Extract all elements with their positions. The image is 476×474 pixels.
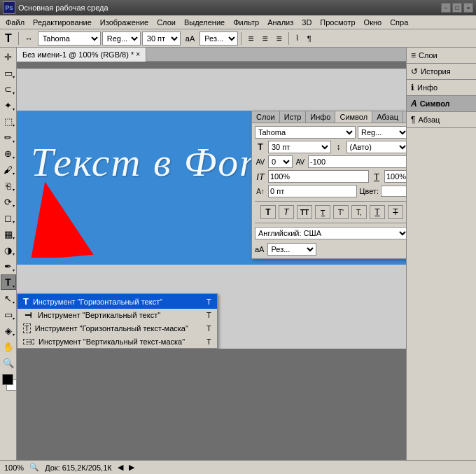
context-item-vmask[interactable]: T Инструмент "Вертикальный текст-маска" … [18,335,217,348]
style-super[interactable]: T' [333,205,349,219]
style-allcaps[interactable]: TT [297,205,312,219]
align-right-btn[interactable]: ≡ [273,31,286,46]
tool-brush[interactable]: 🖌▾ [1,162,16,177]
char-aa-select[interactable]: Рез... [267,243,316,256]
menu-view[interactable]: Просмотр [316,17,359,28]
panel-tab-paragraph[interactable]: Абзац [372,111,403,123]
menu-filter[interactable]: Фильтр [229,17,263,28]
menu-help[interactable]: Спра [386,17,412,28]
status-nav-left[interactable]: ◀ [118,463,123,472]
panel-symbol[interactable]: A Символ [407,96,476,112]
minimize-button[interactable]: − [441,3,451,13]
foreground-color[interactable] [2,374,13,385]
brush-icon: 🖌 [4,165,13,175]
char-scale-h-input[interactable] [384,170,406,183]
status-nav-right[interactable]: ▶ [129,463,134,472]
symbol-icon: A [411,99,417,109]
tool-history[interactable]: ⟳▾ [1,194,16,209]
menu-window[interactable]: Окно [360,17,386,28]
font-family-select[interactable]: Tahoma [38,32,101,46]
style-strike[interactable]: T [388,205,403,219]
menu-edit[interactable]: Редактирование [29,17,96,28]
align-center-btn[interactable]: ≡ [258,31,271,46]
tool-pen[interactable]: ✒▾ [1,258,16,274]
tool-dodge[interactable]: ◑▾ [1,242,16,258]
aa-label: аА [182,31,198,46]
char-track-input[interactable] [308,155,406,168]
char-size-select[interactable]: 30 пт [268,141,331,153]
tool-shape[interactable]: ▭▾ [1,307,16,322]
close-button[interactable]: × [463,3,473,13]
char-kern-select[interactable]: 0 [268,155,293,168]
char-lang-select[interactable]: Английский: США [255,227,406,239]
crop-icon: ⬚ [4,116,13,127]
eraser-icon: ◻ [4,213,12,223]
font-style-select[interactable]: Reg... [102,32,141,46]
tool-text[interactable]: T▾ [1,274,16,290]
panel-history[interactable]: ↺ История [407,64,476,80]
title-bar-buttons: − □ × [441,3,473,13]
menu-select[interactable]: Выделение [180,17,229,28]
menu-3d[interactable]: 3D [298,17,316,28]
tool-heal[interactable]: ⊕▾ [1,146,16,161]
heal-icon: ⊕ [4,148,12,159]
panel-info[interactable]: ℹ Инфо [407,80,476,96]
tool-3d[interactable]: ◈▾ [1,323,16,338]
doc-info: Док: 615,2К/205,1К [45,463,112,472]
panel-paragraph[interactable]: ¶ Абзац [407,112,476,128]
context-item-vtext[interactable]: T Инструмент "Вертикальный текст" T [18,309,217,321]
panel-layers[interactable]: ≡ Слои [407,48,476,64]
panel-tab-symbol[interactable]: Символ [335,111,372,123]
char-font-select[interactable]: Tahoma [255,126,356,139]
context-item-htext[interactable]: T Инструмент "Горизонтальный текст" T [18,294,217,309]
panel-tab-history[interactable]: Истр [280,111,307,123]
warp-text-btn[interactable]: ⌇ [292,31,302,46]
menu-layers[interactable]: Слои [153,17,180,28]
panel-more-btn[interactable]: » [403,111,406,123]
wand-icon: ✦ [4,100,12,111]
char-style-select[interactable]: Reg... [358,126,406,139]
char-divider-2 [255,223,406,223]
panel-tab-layers[interactable]: Слои [252,111,280,123]
move-icon[interactable]: ↔ [22,31,36,46]
tool-marquee[interactable]: ▭▾ [1,65,16,81]
canvas-area: Без имени-1 @ 100% (RGB/8) * × Текст в Ф… [17,48,406,460]
style-sub[interactable]: T, [351,205,367,219]
color-picker[interactable] [1,374,16,393]
font-size-select[interactable]: 30 пт [142,32,181,46]
close-tab-icon[interactable]: × [136,50,140,58]
tool-eraser[interactable]: ◻▾ [1,210,16,225]
tool-select-path[interactable]: ↖▾ [1,291,16,306]
menu-analysis[interactable]: Анализ [263,17,298,28]
anti-alias-select[interactable]: Рез... [200,32,238,46]
tool-zoom[interactable]: 🔍 [1,355,16,370]
style-italic[interactable]: T [279,205,294,219]
tool-eyedropper[interactable]: ✏▾ [1,130,16,145]
kern-icon: AV [255,158,266,166]
tool-move[interactable]: ✛ [1,49,16,64]
tool-hand[interactable]: ✋ [1,339,16,354]
style-smallcaps[interactable]: T̲ [315,205,330,219]
menu-file[interactable]: Файл [1,17,29,28]
info-label: Инфо [417,83,438,92]
char-leading-select[interactable]: (Авто) [346,141,407,153]
maximize-button[interactable]: □ [452,3,462,13]
separator-3 [288,32,289,45]
char-baseline-input[interactable] [268,185,357,197]
align-left-btn[interactable]: ≡ [244,31,257,46]
panel-tab-info[interactable]: Инфо [306,111,335,123]
char-panel-btn[interactable]: ¶ [304,31,315,46]
char-scale-v-input[interactable] [268,170,369,183]
menu-image[interactable]: Изображение [96,17,153,28]
tool-gradient[interactable]: ▦▾ [1,226,16,242]
context-item-hmask[interactable]: T Инструмент "Горизонтальный текст-маска… [18,321,217,335]
tool-wand[interactable]: ✦▾ [1,97,16,113]
red-triangle [27,181,97,259]
tool-lasso[interactable]: ⊂▾ [1,81,16,97]
canvas-tab[interactable]: Без имени-1 @ 100% (RGB/8) * × [17,48,146,62]
tool-crop[interactable]: ⬚▾ [1,113,16,129]
tool-stamp[interactable]: ⎗▾ [1,178,16,193]
char-color-swatch[interactable] [381,186,406,197]
style-under[interactable]: T [370,205,385,219]
style-bold[interactable]: T [260,205,276,219]
